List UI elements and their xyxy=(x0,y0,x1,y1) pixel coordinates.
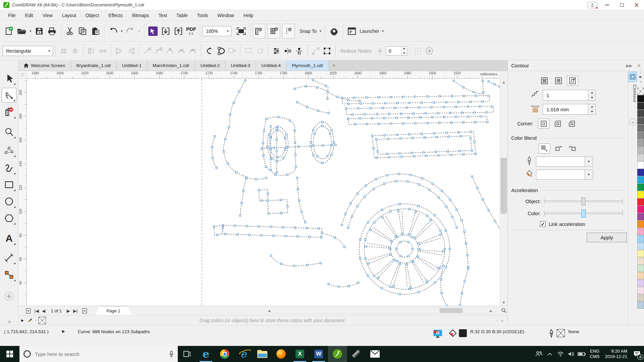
document-tab-untitled-1[interactable]: Untitled-1 xyxy=(117,60,147,71)
first-page-button[interactable]: |◀ xyxy=(33,307,40,315)
contour-offset-spinner[interactable] xyxy=(588,104,596,115)
fullscreen-preview-button[interactable] xyxy=(235,24,248,39)
firefox-taskbar-icon[interactable] xyxy=(272,346,290,362)
palette-swatch-d6d6d6[interactable] xyxy=(637,154,644,161)
vertical-scroll-thumb[interactable] xyxy=(501,158,507,214)
hscroll-left-button[interactable]: ◂ xyxy=(266,307,272,315)
object-acceleration-handle[interactable] xyxy=(581,197,586,205)
apply-button[interactable]: Apply xyxy=(587,233,627,242)
palette-no-color-swatch[interactable] xyxy=(637,88,644,95)
outline-swatch-none[interactable] xyxy=(557,329,565,337)
document-tab-marckristen-1-cdr[interactable]: MarcKristen_1.cdr xyxy=(147,60,195,71)
counterclockwise-blend-button[interactable] xyxy=(567,143,578,154)
extend-curve-button[interactable] xyxy=(114,45,125,57)
add-page-start-button[interactable] xyxy=(24,307,32,315)
palette-flyout-icon[interactable]: ▶ xyxy=(637,74,644,79)
rotate-nodes-button[interactable] xyxy=(254,45,266,57)
palette-swatch-0e9c49[interactable] xyxy=(637,184,644,191)
save-button[interactable] xyxy=(33,24,46,39)
doc-palette-scroll-right[interactable]: › xyxy=(496,318,497,323)
open-button[interactable] xyxy=(15,24,28,39)
palette-drag-handle[interactable]: ⠿ xyxy=(637,71,644,74)
close-button[interactable] xyxy=(629,0,644,10)
doc-palette-eyedropper-icon[interactable] xyxy=(27,317,33,324)
hscroll-right-button[interactable]: ▸ xyxy=(488,307,494,315)
redo-button[interactable] xyxy=(124,24,137,39)
menu-item-edit[interactable]: Edit xyxy=(20,10,38,21)
palette-swatch-474747[interactable] xyxy=(637,110,644,117)
palette-swatch-8a8a8a[interactable] xyxy=(637,132,644,139)
new-tab-button[interactable]: + xyxy=(329,60,339,71)
show-rulers-toggle[interactable] xyxy=(253,24,265,39)
engraver-tool-taskbar-icon[interactable] xyxy=(347,346,366,362)
minimize-button[interactable] xyxy=(600,0,614,10)
horizontal-scroll-thumb[interactable] xyxy=(440,308,463,313)
doc-palette-flyout-icon[interactable]: ▶ xyxy=(21,318,24,322)
dimension-tool[interactable] xyxy=(2,250,16,265)
text-tool[interactable]: A xyxy=(2,231,16,246)
add-docker-button[interactable]: + xyxy=(629,119,636,126)
palette-swatch-5c5c5c[interactable] xyxy=(637,117,644,124)
palette-swatch-2e2e2e[interactable] xyxy=(637,103,644,110)
doc-palette-overflow[interactable]: » xyxy=(501,318,503,323)
last-page-button[interactable]: ▶| xyxy=(72,307,79,315)
previous-page-button[interactable]: ◀ xyxy=(41,307,47,315)
edge-taskbar-icon[interactable]: e xyxy=(197,346,215,362)
palette-swatch-9a4a9b[interactable] xyxy=(637,213,644,220)
menu-item-file[interactable]: File xyxy=(3,10,20,21)
palette-swatch-fbf6a6[interactable] xyxy=(637,250,644,257)
ruler-origin-box[interactable] xyxy=(18,71,27,79)
outside-contour-button[interactable] xyxy=(567,76,578,86)
contour-offset-field[interactable]: 1.016 mm xyxy=(543,104,588,115)
palette-swatch-29a8e0[interactable] xyxy=(637,176,644,183)
people-icon[interactable] xyxy=(534,346,544,362)
menu-item-text[interactable]: Text xyxy=(154,10,172,21)
break-curve-button[interactable] xyxy=(97,45,109,57)
reflect-nodes-vertical-button[interactable] xyxy=(293,45,305,57)
snap-to-label[interactable]: Snap To xyxy=(300,28,317,34)
palette-swatch-e0ccf0[interactable] xyxy=(637,280,644,287)
document-tab-untitled-2[interactable]: Untitled-2 xyxy=(195,60,225,71)
import-button[interactable] xyxy=(159,24,172,39)
palette-swatch-e81f78[interactable] xyxy=(637,206,644,213)
snap-to-dropdown[interactable]: ▼ xyxy=(318,24,323,39)
menu-item-table[interactable]: Table xyxy=(172,10,192,21)
task-view-button[interactable] xyxy=(178,346,197,362)
undo-dropdown[interactable]: ▼ xyxy=(119,24,124,39)
menu-item-tools[interactable]: Tools xyxy=(193,10,213,21)
contour-steps-spinner[interactable] xyxy=(588,90,596,101)
word-taskbar-icon[interactable]: W xyxy=(309,346,328,362)
palette-swatch-9bd5f5[interactable] xyxy=(637,235,644,242)
document-tab-untitled-4[interactable]: Untitled-4 xyxy=(256,60,286,71)
next-page-button[interactable]: ▶ xyxy=(65,307,71,315)
paste-button[interactable] xyxy=(89,24,102,39)
palette-swatch-f7d6b0[interactable] xyxy=(637,272,644,279)
start-button[interactable] xyxy=(0,346,19,362)
palette-swatch-ffffff[interactable] xyxy=(637,162,644,169)
chrome-taskbar-icon[interactable] xyxy=(215,346,234,362)
menu-item-layout[interactable]: Layout xyxy=(57,10,81,21)
palette-swatch-f68b1e[interactable] xyxy=(637,221,644,228)
palette-swatch-a3a3a3[interactable] xyxy=(637,139,644,146)
language-indicator[interactable]: ENG CMS xyxy=(587,349,602,359)
contour-docker-tab-icon[interactable] xyxy=(628,72,637,82)
join-nodes-button[interactable] xyxy=(86,45,97,57)
shape-tool[interactable] xyxy=(2,88,16,103)
menu-item-effects[interactable]: Effects xyxy=(104,10,127,21)
convert-to-curve-button[interactable] xyxy=(153,45,164,57)
miter-corner-button[interactable] xyxy=(538,119,549,129)
crop-tool[interactable] xyxy=(2,105,16,119)
volume-icon[interactable] xyxy=(566,346,577,362)
contour-docker-tab-label[interactable]: Contour xyxy=(628,84,637,103)
fill-color-swatch[interactable] xyxy=(536,170,585,180)
auto-close-button[interactable] xyxy=(125,45,137,57)
palette-swatch-717171[interactable] xyxy=(637,125,644,132)
zoom-tool[interactable] xyxy=(2,125,16,139)
extract-subpath-button[interactable] xyxy=(226,45,238,57)
palette-swatch-c3e0f5[interactable] xyxy=(637,243,644,250)
select-all-nodes-button[interactable] xyxy=(321,45,333,57)
launcher-icon[interactable] xyxy=(345,24,358,39)
rectangle-tool[interactable] xyxy=(2,177,16,192)
object-acceleration-slider[interactable] xyxy=(544,197,623,206)
contour-to-center-button[interactable] xyxy=(539,76,550,86)
